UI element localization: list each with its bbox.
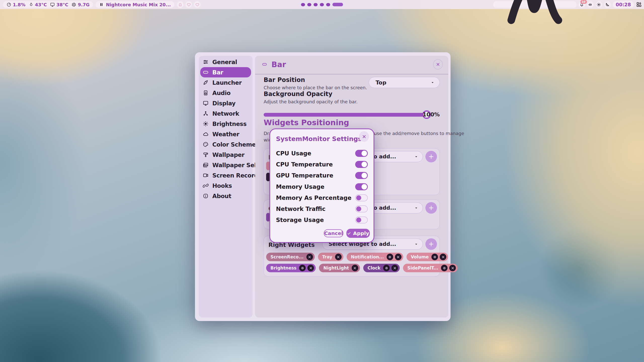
chip-row: Brightness NightLight Clock SidePanelT..… (266, 264, 458, 272)
toggle-gpu-temperature[interactable] (355, 172, 368, 179)
volume-icon (588, 3, 592, 7)
workspace-dot[interactable] (307, 3, 311, 6)
plus-icon (428, 205, 434, 211)
sidebar-item-audio[interactable]: Audio (200, 88, 251, 98)
chip-settings-button[interactable] (441, 265, 448, 271)
squiggle-icon (497, 0, 573, 42)
layout-indicator[interactable] (493, 1, 577, 8)
toggle-storage-usage[interactable] (355, 216, 368, 223)
cpu-usage-value: 1.8% (13, 2, 25, 7)
workspace-dot[interactable] (320, 3, 324, 6)
workspace-dot[interactable] (326, 3, 330, 6)
add-widget-button[interactable] (425, 202, 437, 214)
toggle-row: Memory Usage (276, 181, 368, 192)
modal-close-button[interactable] (359, 131, 369, 142)
like-button[interactable] (194, 1, 200, 8)
chip-settings-button[interactable] (299, 265, 306, 271)
widget-chip-sidepanelt[interactable]: SidePanelT... (403, 264, 458, 272)
media-pill[interactable]: Nightcore Music Mix 20... (96, 1, 174, 8)
widget-chip-screenreco[interactable]: ScreenReco... (266, 253, 315, 261)
palette-icon (203, 142, 209, 147)
sidebar-item-color-scheme[interactable]: Color Scheme (200, 139, 251, 150)
chip-remove-button[interactable] (307, 265, 314, 271)
workspace-dot[interactable] (314, 3, 318, 6)
sun-icon (203, 121, 209, 127)
chip-remove-button[interactable] (306, 254, 313, 260)
toggle-cpu-temperature[interactable] (355, 161, 368, 168)
volume[interactable] (587, 1, 594, 8)
apply-button[interactable]: Apply (346, 229, 370, 238)
chip-label: ScreenReco... (270, 254, 305, 259)
sidebar-item-network[interactable]: Network (200, 108, 251, 119)
status-bar: 1.8%43°C38°C9.7G Nightcore Music Mix 20.… (0, 0, 644, 9)
toggle-network-traffic[interactable] (355, 205, 368, 212)
cancel-button[interactable]: Cancel (324, 229, 343, 237)
widget-chip-brightness[interactable]: Brightness (266, 264, 316, 272)
gallery-icon (203, 162, 209, 168)
chip-row: ScreenReco... Tray Notification... Volum… (266, 253, 448, 261)
chip-remove-button[interactable] (449, 265, 456, 271)
close-icon (393, 266, 397, 270)
widget-chip-clock[interactable]: Clock (363, 264, 400, 272)
toggle-row: Memory As Percentage (276, 192, 368, 203)
sidebar-item-wallpaper[interactable]: Wallpaper (200, 150, 251, 160)
toggle-row: Network Traffic (276, 203, 368, 214)
grid-plus-icon[interactable] (636, 2, 642, 8)
sun-icon (597, 3, 601, 7)
widget-chip-tray[interactable]: Tray (318, 253, 343, 261)
widget-chip-volume[interactable]: Volume (407, 253, 448, 261)
sidebar-item-bar[interactable]: Bar (200, 67, 251, 77)
chip-remove-button[interactable] (395, 254, 401, 260)
night-light[interactable] (604, 1, 611, 8)
panel-header: Bar (261, 59, 443, 69)
chip-remove-button[interactable] (335, 254, 342, 260)
background-opacity-slider[interactable]: 100% (264, 110, 440, 119)
toggle-memory-as-percentage[interactable] (355, 194, 368, 201)
workspace-dot[interactable] (301, 3, 305, 6)
media-art-button[interactable] (177, 1, 183, 8)
toggle-label: Network Traffic (276, 206, 326, 212)
panel-close-button[interactable] (433, 59, 443, 69)
toggle-cpu-usage[interactable] (355, 150, 368, 157)
sidebar-item-general[interactable]: General (200, 57, 251, 67)
chip-settings-button[interactable] (431, 254, 438, 260)
sidebar-item-weather[interactable]: Weather (200, 129, 251, 139)
sidebar-item-display[interactable]: Display (200, 98, 251, 108)
add-widget-button[interactable] (425, 151, 437, 162)
heart-icon (195, 3, 199, 7)
toggle-knob (361, 151, 367, 156)
sidebar-item-screen-recorder[interactable]: Screen Recorder (200, 170, 251, 180)
brightness[interactable] (596, 1, 602, 8)
sidebar-item-launcher[interactable]: Launcher (200, 77, 251, 88)
workspace-indicator[interactable] (299, 1, 346, 8)
chip-remove-button[interactable] (391, 265, 398, 271)
clock[interactable]: 00:28 (613, 1, 634, 8)
heart-icon (187, 3, 191, 7)
background-opacity-row: Background Opacity Adjust the background… (264, 90, 440, 104)
settings-sidebar: General Bar Launcher Audio Display Netwo… (199, 56, 253, 318)
chip-label: Volume (411, 254, 430, 259)
speaker-box-icon (203, 90, 209, 96)
notifications[interactable]: 10 (579, 1, 585, 8)
info-icon (203, 193, 209, 199)
sidebar-item-hooks[interactable]: Hooks (200, 180, 251, 191)
sidebar-item-brightness[interactable]: Brightness (200, 119, 251, 129)
widget-chip-notification[interactable]: Notification... (347, 253, 403, 261)
sidebar-item-wallpaper-selector[interactable]: Wallpaper Selector (200, 160, 251, 170)
bar-position-dropdown[interactable]: Top (369, 77, 440, 88)
favorite-button[interactable] (185, 1, 192, 8)
slider-track[interactable] (264, 113, 426, 117)
cloud-icon (203, 131, 209, 137)
chip-remove-button[interactable] (352, 265, 358, 271)
chip-settings-button[interactable] (387, 254, 393, 260)
chip-remove-button[interactable] (440, 254, 446, 260)
chip-label: Tray (322, 254, 333, 259)
widget-chip-nightlight[interactable]: NightLight (319, 264, 360, 272)
status-bar-right: 10 00:28 (493, 1, 642, 8)
toggle-label: GPU Temperature (276, 172, 333, 179)
toggle-memory-usage[interactable] (355, 183, 368, 190)
workspace-active-pill[interactable] (333, 3, 343, 6)
add-widget-button[interactable] (425, 238, 437, 250)
chip-settings-button[interactable] (383, 265, 390, 271)
sidebar-item-about[interactable]: About (200, 191, 251, 201)
